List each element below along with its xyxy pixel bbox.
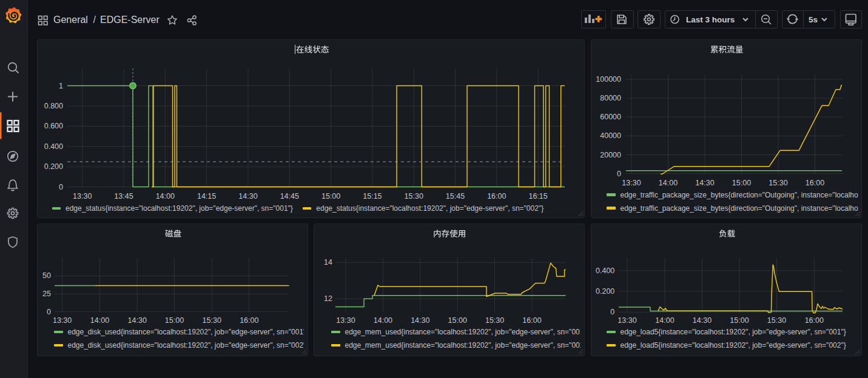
svg-text:0: 0 [610, 308, 614, 316]
svg-text:14:30: 14:30 [128, 316, 147, 325]
svg-text:15:00: 15:00 [321, 192, 340, 201]
svg-text:0.800: 0.800 [44, 102, 63, 110]
svg-text:50: 50 [42, 271, 51, 280]
svg-text:60000: 60000 [600, 113, 621, 121]
svg-text:14:30: 14:30 [693, 316, 712, 325]
svg-text:14:00: 14:00 [90, 316, 109, 325]
svg-text:0: 0 [617, 170, 621, 178]
svg-text:15:30: 15:30 [203, 316, 221, 325]
svg-text:16:15: 16:15 [528, 192, 547, 201]
svg-text:14: 14 [324, 258, 332, 267]
svg-text:0: 0 [59, 183, 63, 191]
svg-text:13:30: 13:30 [617, 316, 636, 325]
svg-text:16:00: 16:00 [522, 316, 541, 325]
svg-text:12: 12 [324, 294, 332, 303]
svg-text:15:00: 15:00 [165, 316, 184, 325]
svg-text:Last 3 hours: Last 3 hours [686, 15, 735, 24]
svg-text:15:30: 15:30 [485, 316, 504, 325]
svg-text:15:00: 15:00 [448, 316, 467, 325]
svg-text:14:30: 14:30 [238, 192, 257, 201]
svg-text:13:30: 13:30 [336, 316, 355, 325]
svg-text:40000: 40000 [600, 131, 621, 140]
svg-text:25: 25 [42, 290, 51, 298]
svg-text:5s: 5s [809, 15, 818, 24]
svg-text:13:30: 13:30 [622, 179, 641, 187]
svg-text:0.400: 0.400 [44, 142, 63, 151]
svg-text:16:00: 16:00 [805, 316, 824, 325]
svg-text:16:00: 16:00 [806, 179, 824, 187]
svg-text:/: / [93, 15, 96, 25]
svg-text:15:30: 15:30 [769, 179, 787, 187]
svg-text:15:00: 15:00 [730, 316, 749, 325]
svg-text:14:00: 14:00 [655, 316, 674, 325]
svg-text:1: 1 [59, 82, 63, 90]
svg-text:16:00: 16:00 [240, 316, 258, 325]
svg-text:General: General [53, 15, 88, 25]
svg-text:15:30: 15:30 [405, 192, 423, 201]
svg-text:15:00: 15:00 [732, 179, 751, 187]
svg-text:14:15: 14:15 [197, 192, 216, 201]
svg-text:14:00: 14:00 [374, 316, 392, 325]
svg-text:14:30: 14:30 [411, 316, 429, 325]
svg-text:0: 0 [47, 308, 51, 316]
svg-text:0.600: 0.600 [44, 122, 63, 130]
svg-text:14:00: 14:00 [659, 179, 678, 187]
svg-text:0.200: 0.200 [44, 162, 63, 171]
svg-text:80000: 80000 [600, 94, 621, 102]
svg-text:20000: 20000 [600, 151, 621, 159]
svg-text:0.200: 0.200 [596, 287, 614, 296]
svg-text:14:30: 14:30 [695, 179, 714, 187]
svg-text:13:45: 13:45 [114, 192, 133, 201]
svg-text:15:45: 15:45 [446, 192, 465, 201]
svg-text:100000: 100000 [596, 75, 621, 84]
svg-text:EDGE-Server: EDGE-Server [100, 15, 160, 25]
svg-text:15:15: 15:15 [363, 192, 382, 201]
svg-text:13:30: 13:30 [73, 192, 92, 201]
svg-text:16:00: 16:00 [487, 192, 506, 201]
svg-text:14:45: 14:45 [280, 192, 299, 201]
svg-text:15:30: 15:30 [767, 316, 786, 325]
svg-text:13:30: 13:30 [53, 316, 72, 325]
svg-text:14:00: 14:00 [156, 192, 175, 201]
svg-text:0.400: 0.400 [596, 267, 614, 275]
